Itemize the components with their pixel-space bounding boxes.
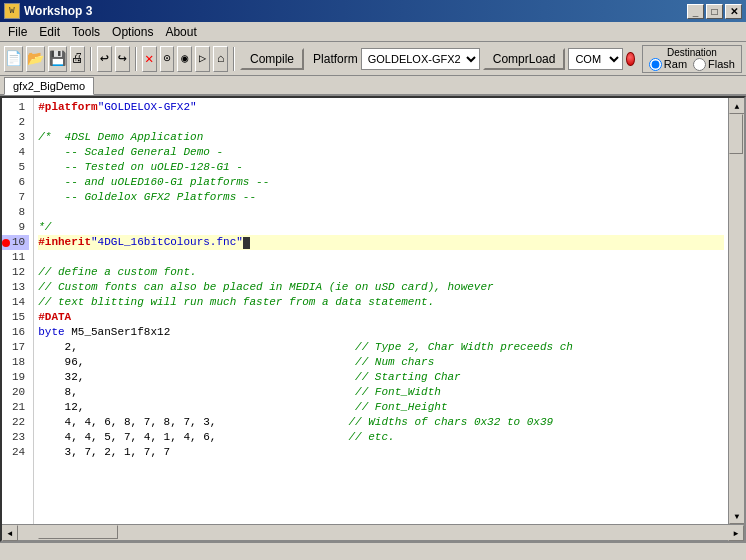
menu-about[interactable]: About — [159, 23, 202, 41]
code-line-20: 8, // Font_Width — [38, 385, 724, 400]
connection-indicator — [626, 52, 634, 66]
comprload-button[interactable]: ComprLoad — [483, 48, 566, 70]
stop-icon: ✕ — [145, 50, 153, 67]
line-number-4: 4 — [2, 145, 29, 160]
print-button[interactable]: 🖨 — [70, 46, 85, 72]
status-bar — [0, 542, 746, 558]
code-line-9: */ — [38, 220, 724, 235]
code-line-17: 2, // Type 2, Char Width preceeds ch — [38, 340, 724, 355]
breakpoint-dot — [2, 239, 10, 247]
code-line-15: #DATA — [38, 310, 724, 325]
save-button[interactable]: 💾 — [48, 46, 67, 72]
line-number-17: 17 — [2, 340, 29, 355]
toolbar-separator-2 — [135, 47, 137, 71]
code-line-19: 32, // Starting Char — [38, 370, 724, 385]
code-line-5: -- Tested on uOLED-128-G1 - — [38, 160, 724, 175]
run-icon: ⊙ — [163, 51, 170, 66]
stop-button[interactable]: ✕ — [142, 46, 157, 72]
editor-container: 123456789101112131415161718192021222324 … — [0, 96, 746, 542]
title-bar: W Workshop 3 _ □ ✕ — [0, 0, 746, 22]
line-number-8: 8 — [2, 205, 29, 220]
ram-radio[interactable] — [649, 58, 662, 71]
compile-button[interactable]: Compile — [240, 48, 304, 70]
destination-label: Destination — [667, 47, 717, 58]
flash-radio-label[interactable]: Flash — [693, 58, 735, 71]
close-button[interactable]: ✕ — [725, 4, 742, 19]
tab-gfx2-bigdemo[interactable]: gfx2_BigDemo — [4, 77, 94, 95]
destination-radios: Ram Flash — [649, 58, 735, 71]
line-number-7: 7 — [2, 190, 29, 205]
redo-button[interactable]: ↪ — [115, 46, 130, 72]
debug-button-1[interactable]: ◉ — [177, 46, 192, 72]
debug-icon-2: ▷ — [199, 51, 206, 66]
maximize-button[interactable]: □ — [706, 4, 723, 19]
code-line-11 — [38, 250, 724, 265]
h-scrollbar-left-button[interactable]: ◄ — [2, 525, 18, 541]
status-text — [4, 545, 7, 556]
minimize-button[interactable]: _ — [687, 4, 704, 19]
debug-button-3[interactable]: ⌂ — [213, 46, 228, 72]
new-button[interactable]: 📄 — [4, 46, 23, 72]
line-number-3: 3 — [2, 130, 29, 145]
line-numbers: 123456789101112131415161718192021222324 — [2, 98, 34, 524]
line-number-21: 21 — [2, 400, 29, 415]
ram-label: Ram — [664, 58, 687, 70]
line-number-5: 5 — [2, 160, 29, 175]
code-line-13: // Custom fonts can also be placed in ME… — [38, 280, 724, 295]
line-number-18: 18 — [2, 355, 29, 370]
run-button[interactable]: ⊙ — [160, 46, 175, 72]
toolbar-separator-3 — [233, 47, 235, 71]
new-icon: 📄 — [5, 50, 22, 67]
flash-radio[interactable] — [693, 58, 706, 71]
ram-radio-label[interactable]: Ram — [649, 58, 687, 71]
vertical-scrollbar[interactable]: ▲ ▼ — [728, 98, 744, 524]
menu-edit[interactable]: Edit — [33, 23, 66, 41]
line-number-9: 9 — [2, 220, 29, 235]
line-number-2: 2 — [2, 115, 29, 130]
horizontal-scrollbar[interactable]: ◄ ► — [2, 524, 744, 540]
open-icon: 📂 — [27, 50, 44, 67]
code-line-12: // define a custom font. — [38, 265, 724, 280]
menu-file[interactable]: File — [2, 23, 33, 41]
debug-button-2[interactable]: ▷ — [195, 46, 210, 72]
code-line-23: 4, 4, 5, 7, 4, 1, 4, 6, // etc. — [38, 430, 724, 445]
code-area[interactable]: #platform "GOLDELOX-GFX2"/* 4DSL Demo Ap… — [34, 98, 728, 524]
window-title: Workshop 3 — [24, 4, 92, 18]
line-number-23: 23 — [2, 430, 29, 445]
h-scrollbar-track[interactable] — [18, 525, 728, 540]
line-number-20: 20 — [2, 385, 29, 400]
toolbar-separator-1 — [90, 47, 92, 71]
code-line-18: 96, // Num chars — [38, 355, 724, 370]
h-scrollbar-thumb[interactable] — [38, 525, 118, 539]
scrollbar-track[interactable] — [729, 114, 744, 508]
line-number-6: 6 — [2, 175, 29, 190]
window-controls[interactable]: _ □ ✕ — [687, 4, 742, 19]
print-icon: 🖨 — [71, 51, 84, 66]
com-select[interactable]: COM 3 — [568, 48, 623, 70]
code-line-3: /* 4DSL Demo Application — [38, 130, 724, 145]
tab-bar: gfx2_BigDemo — [0, 76, 746, 96]
menu-bar: File Edit Tools Options About — [0, 22, 746, 42]
menu-options[interactable]: Options — [106, 23, 159, 41]
code-line-24: 3, 7, 2, 1, 7, 7 — [38, 445, 724, 460]
scrollbar-down-button[interactable]: ▼ — [729, 508, 744, 524]
undo-button[interactable]: ↩ — [97, 46, 112, 72]
line-number-13: 13 — [2, 280, 29, 295]
line-number-14: 14 — [2, 295, 29, 310]
code-line-7: -- Goldelox GFX2 Platforms -- — [38, 190, 724, 205]
undo-icon: ↩ — [100, 49, 109, 68]
flash-label: Flash — [708, 58, 735, 70]
code-line-6: -- and uOLED160-G1 platforms -- — [38, 175, 724, 190]
code-line-4: -- Scaled General Demo - — [38, 145, 724, 160]
scrollbar-up-button[interactable]: ▲ — [729, 98, 744, 114]
line-number-22: 22 — [2, 415, 29, 430]
open-button[interactable]: 📂 — [26, 46, 45, 72]
code-line-8 — [38, 205, 724, 220]
scrollbar-thumb[interactable] — [729, 114, 743, 154]
save-icon: 💾 — [49, 50, 66, 67]
menu-tools[interactable]: Tools — [66, 23, 106, 41]
code-line-10: #inherit "4DGL_16bitColours.fnc" — [38, 235, 724, 250]
app-icon: W — [4, 3, 20, 19]
platform-select[interactable]: GOLDELOX-GFX2 — [361, 48, 480, 70]
h-scrollbar-right-button[interactable]: ► — [728, 525, 744, 541]
